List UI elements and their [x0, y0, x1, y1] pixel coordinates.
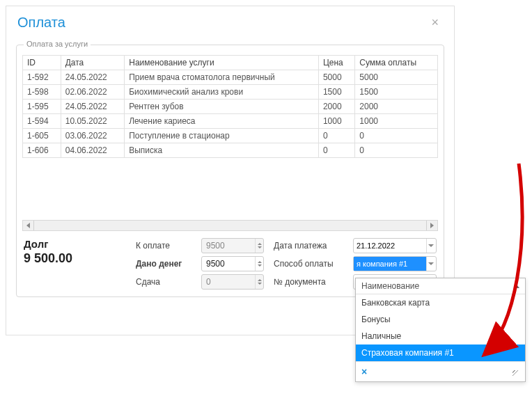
cell-id: 1-598 — [23, 85, 61, 100]
cell-paid: 0 — [355, 129, 438, 143]
cell-paid: 1500 — [355, 85, 438, 100]
cell-date: 04.06.2022 — [61, 143, 125, 158]
dropdown-item[interactable]: Бонусы — [356, 311, 525, 328]
cell-paid: 2000 — [355, 100, 438, 114]
cell-date: 24.05.2022 — [61, 70, 125, 85]
to-pay-field — [202, 239, 255, 253]
given-label: Дано денег — [136, 259, 191, 269]
cell-service: Прием врача стоматолога первичный — [125, 70, 319, 85]
table-row[interactable]: 1-60604.06.2022Выписка00 — [23, 143, 438, 158]
col-price[interactable]: Цена — [318, 56, 354, 70]
table-row[interactable]: 1-59224.05.2022Прием врача стоматолога п… — [23, 70, 438, 85]
payment-date-field[interactable] — [354, 239, 426, 253]
given-field[interactable] — [202, 257, 255, 271]
payment-method-field[interactable] — [354, 257, 426, 271]
debt-label: Долг — [24, 238, 136, 250]
clear-icon[interactable]: × — [361, 366, 367, 377]
cell-service: Лечение кариеса — [125, 114, 319, 129]
cell-service: Биохимический анализ крови — [125, 85, 319, 100]
table-row[interactable]: 1-59524.05.2022Рентген зубов20002000 — [23, 100, 438, 114]
col-id[interactable]: ID — [23, 56, 61, 70]
payment-method-combo[interactable] — [353, 256, 437, 271]
modal-title: Оплата — [17, 15, 65, 31]
dropdown-item[interactable]: Наличные — [356, 328, 525, 344]
cell-id: 1-592 — [23, 70, 61, 85]
doc-number-label: № документа — [274, 277, 343, 287]
cell-paid: 1000 — [355, 114, 438, 129]
change-label: Сдача — [136, 277, 191, 287]
chevron-down-icon[interactable] — [426, 257, 436, 271]
cell-price: 1500 — [318, 85, 354, 100]
dropdown-header[interactable]: Наименование — [356, 278, 525, 294]
chevron-down-icon[interactable] — [426, 239, 436, 253]
cell-id: 1-606 — [23, 143, 61, 158]
services-table-wrap: ID Дата Наименование услуги Цена Сумма о… — [22, 55, 438, 219]
modal-header: Оплата × — [6, 6, 454, 39]
sort-up-icon[interactable] — [514, 285, 519, 288]
horizontal-scrollbar[interactable] — [22, 220, 438, 231]
col-service[interactable]: Наименование услуги — [125, 56, 319, 70]
cell-date: 24.05.2022 — [61, 100, 125, 114]
fieldset-legend: Оплата за услуги — [24, 40, 91, 48]
cell-price: 0 — [318, 143, 354, 158]
to-pay-label: К оплате — [136, 241, 191, 251]
spinner-icon — [255, 239, 263, 253]
cell-price: 1000 — [318, 114, 354, 129]
services-fieldset: Оплата за услуги ID Дата Наименование ус… — [16, 45, 444, 297]
col-date[interactable]: Дата — [61, 56, 125, 70]
given-input[interactable] — [201, 256, 264, 271]
table-row[interactable]: 1-59802.06.2022Биохимический анализ кров… — [23, 85, 438, 100]
debt-value: 9 500.00 — [24, 251, 136, 266]
dropdown-footer: × — [356, 361, 525, 381]
cell-date: 02.06.2022 — [61, 85, 125, 100]
cell-date: 10.05.2022 — [61, 114, 125, 129]
cell-date: 03.06.2022 — [61, 129, 125, 143]
cell-id: 1-595 — [23, 100, 61, 114]
cell-service: Рентген зубов — [125, 100, 319, 114]
payment-method-dropdown[interactable]: Наименование Банковская картаБонусыНалич… — [355, 278, 526, 382]
debt-block: Долг 9 500.00 — [24, 238, 136, 266]
dropdown-item[interactable]: Страховая компания #1 — [356, 344, 525, 361]
cell-service: Выписка — [125, 143, 319, 158]
to-pay-input — [201, 238, 264, 253]
dropdown-item[interactable]: Банковская карта — [356, 294, 525, 311]
cell-price: 0 — [318, 129, 354, 143]
change-field — [202, 275, 255, 289]
col-paid[interactable]: Сумма оплаты — [355, 56, 438, 70]
services-table: ID Дата Наименование услуги Цена Сумма о… — [22, 55, 438, 158]
cell-id: 1-594 — [23, 114, 61, 129]
payment-date-combo[interactable] — [353, 238, 437, 253]
spinner-icon — [255, 275, 263, 289]
payment-date-label: Дата платежа — [274, 241, 343, 251]
spinner-icon[interactable] — [255, 257, 263, 271]
dropdown-header-label: Наименование — [361, 281, 419, 291]
cell-service: Поступление в стационар — [125, 129, 319, 143]
cell-paid: 0 — [355, 143, 438, 158]
cell-id: 1-605 — [23, 129, 61, 143]
resize-grip-icon[interactable] — [513, 370, 519, 377]
table-row[interactable]: 1-59410.05.2022Лечение кариеса10001000 — [23, 114, 438, 129]
cell-paid: 5000 — [355, 70, 438, 85]
table-row[interactable]: 1-60503.06.2022Поступление в стационар00 — [23, 129, 438, 143]
change-input — [201, 274, 264, 290]
cell-price: 2000 — [318, 100, 354, 114]
payment-method-label: Способ оплаты — [274, 259, 343, 269]
close-icon[interactable]: × — [427, 15, 443, 30]
cell-price: 5000 — [318, 70, 354, 85]
